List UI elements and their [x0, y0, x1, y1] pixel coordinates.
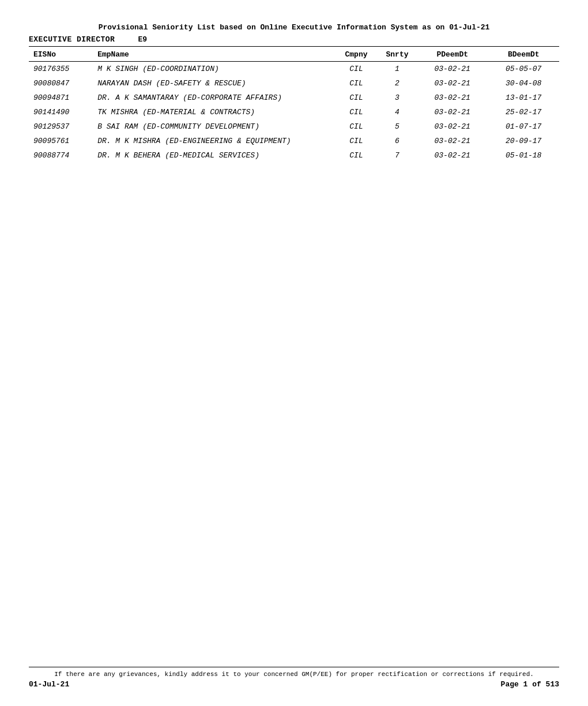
cell-snrty: 2 — [378, 76, 417, 91]
cell-snrty: 3 — [378, 91, 417, 105]
seniority-table: EISNo EmpName Cmpny Snrty PDeemDt BDeemD… — [29, 47, 559, 163]
cell-cmpny: CIL — [335, 62, 378, 77]
cell-snrty: 1 — [378, 62, 417, 77]
footer: If there are any grievances, kindly addr… — [29, 667, 559, 689]
cell-eisno: 90080847 — [29, 76, 93, 91]
cell-empname: DR. M K BEHERA (ED-MEDICAL SERVICES) — [93, 148, 335, 163]
grade-code: E9 — [138, 35, 147, 44]
col-header-empname: EmpName — [93, 47, 335, 62]
cell-cmpny: CIL — [335, 119, 378, 134]
table-row: 90095761DR. M K MISHRA (ED-ENGINEERING &… — [29, 134, 559, 148]
cell-pdeemdt: 03-02-21 — [417, 134, 488, 148]
cell-pdeemdt: 03-02-21 — [417, 148, 488, 163]
cell-bdeemdt: 30-04-08 — [488, 76, 559, 91]
cell-pdeemdt: 03-02-21 — [417, 91, 488, 105]
cell-bdeemdt: 05-05-07 — [488, 62, 559, 77]
col-header-bdeemdt: BDeemDt — [488, 47, 559, 62]
cell-cmpny: CIL — [335, 91, 378, 105]
table-row: 90094871DR. A K SAMANTARAY (ED-CORPORATE… — [29, 91, 559, 105]
cell-empname: B SAI RAM (ED-COMMUNITY DEVELOPMENT) — [93, 119, 335, 134]
col-header-eisno: EISNo — [29, 47, 93, 62]
footer-note: If there are any grievances, kindly addr… — [29, 671, 559, 678]
cell-cmpny: CIL — [335, 134, 378, 148]
table-row: 90141490TK MISHRA (ED-MATERIAL & CONTRAC… — [29, 105, 559, 119]
footer-date: 01-Jul-21 — [29, 680, 69, 689]
cell-bdeemdt: 01-07-17 — [488, 119, 559, 134]
cell-empname: M K SINGH (ED-COORDINATION) — [93, 62, 335, 77]
cell-empname: TK MISHRA (ED-MATERIAL & CONTRACTS) — [93, 105, 335, 119]
cell-snrty: 7 — [378, 148, 417, 163]
footer-bottom: 01-Jul-21 Page 1 of 513 — [29, 680, 559, 689]
cell-empname: NARAYAN DASH (ED-SAFETY & RESCUE) — [93, 76, 335, 91]
table-header-row: EISNo EmpName Cmpny Snrty PDeemDt BDeemD… — [29, 47, 559, 62]
cell-eisno: 90094871 — [29, 91, 93, 105]
cell-cmpny: CIL — [335, 105, 378, 119]
cell-pdeemdt: 03-02-21 — [417, 105, 488, 119]
cell-cmpny: CIL — [335, 76, 378, 91]
cell-bdeemdt: 05-01-18 — [488, 148, 559, 163]
cell-eisno: 90141490 — [29, 105, 93, 119]
page-title: Provisional Seniority List based on Onli… — [29, 23, 559, 32]
col-header-snrty: Snrty — [378, 47, 417, 62]
cell-snrty: 6 — [378, 134, 417, 148]
cell-pdeemdt: 03-02-21 — [417, 76, 488, 91]
cell-snrty: 5 — [378, 119, 417, 134]
grade-label: EXECUTIVE DIRECTOR — [29, 35, 115, 44]
col-header-cmpny: Cmpny — [335, 47, 378, 62]
cell-eisno: 90095761 — [29, 134, 93, 148]
cell-eisno: 90129537 — [29, 119, 93, 134]
table-row: 90176355M K SINGH (ED-COORDINATION)CIL10… — [29, 62, 559, 77]
cell-eisno: 90088774 — [29, 148, 93, 163]
table-row: 90080847NARAYAN DASH (ED-SAFETY & RESCUE… — [29, 76, 559, 91]
cell-empname: DR. A K SAMANTARAY (ED-CORPORATE AFFAIRS… — [93, 91, 335, 105]
cell-empname: DR. M K MISHRA (ED-ENGINEERING & EQUIPME… — [93, 134, 335, 148]
cell-snrty: 4 — [378, 105, 417, 119]
cell-bdeemdt: 25-02-17 — [488, 105, 559, 119]
cell-bdeemdt: 13-01-17 — [488, 91, 559, 105]
cell-bdeemdt: 20-09-17 — [488, 134, 559, 148]
footer-page: Page 1 of 513 — [501, 680, 559, 689]
cell-eisno: 90176355 — [29, 62, 93, 77]
cell-pdeemdt: 03-02-21 — [417, 62, 488, 77]
subtitle-row: EXECUTIVE DIRECTOR E9 — [29, 35, 559, 44]
cell-cmpny: CIL — [335, 148, 378, 163]
page-container: Provisional Seniority List based on Onli… — [0, 0, 588, 706]
cell-pdeemdt: 03-02-21 — [417, 119, 488, 134]
footer-divider — [29, 667, 559, 667]
table-row: 90129537B SAI RAM (ED-COMMUNITY DEVELOPM… — [29, 119, 559, 134]
table-row: 90088774DR. M K BEHERA (ED-MEDICAL SERVI… — [29, 148, 559, 163]
col-header-pdeemdt: PDeemDt — [417, 47, 488, 62]
